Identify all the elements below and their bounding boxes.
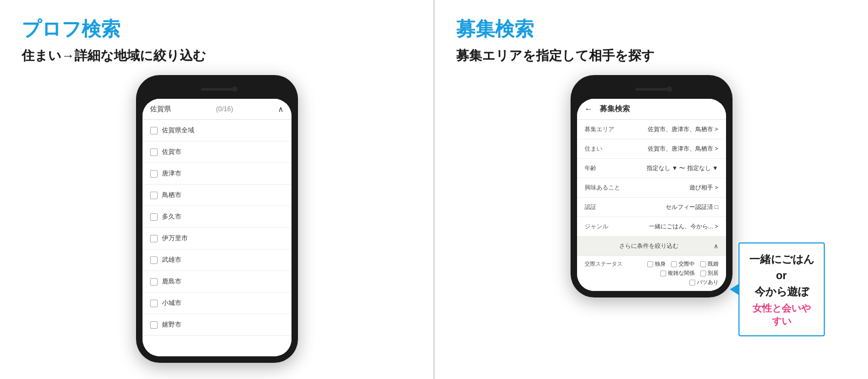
right-phone-screen: ← 募集検索 募集エリア佐賀市、唐津市、鳥栖市 >住まい佐賀市、唐津市、鳥栖市 … [577, 99, 726, 291]
phone-speaker [201, 88, 233, 91]
item-label: 小城市 [162, 299, 181, 308]
checkbox-list: 佐賀県全域佐賀市唐津市鳥栖市多久市伊万里市武雄市鹿島市小城市嬉野市 [143, 120, 291, 356]
checkbox-icon[interactable] [150, 213, 158, 221]
checkbox-icon[interactable] [150, 192, 158, 199]
prefecture-label: 佐賀県 [150, 104, 171, 114]
checkbox-icon[interactable] [150, 127, 158, 134]
status-checkbox[interactable] [660, 270, 666, 276]
status-checkbox[interactable] [671, 261, 677, 267]
status-checkbox[interactable] [647, 261, 653, 267]
phone-notch-bar [143, 82, 291, 97]
status-item[interactable]: 既婚 [700, 260, 718, 268]
list-item[interactable]: 小城市 [143, 293, 291, 314]
right-phone-camera [667, 86, 672, 92]
list-item[interactable]: 嬉野市 [143, 314, 291, 336]
form-value: 佐賀市、唐津市、鳥栖市 > [622, 145, 718, 153]
phone-camera [232, 86, 238, 92]
right-phone-notch [619, 83, 684, 95]
list-item[interactable]: 佐賀市 [143, 141, 291, 163]
callout-main-text: 一緒にごはんor今から遊ぼ [749, 251, 814, 300]
form-row[interactable]: 募集エリア佐賀市、唐津市、鳥栖市 > [577, 120, 726, 139]
checkbox-icon[interactable] [150, 278, 158, 286]
status-item[interactable]: 独身 [647, 260, 666, 268]
right-screen-title: 募集検索 [600, 104, 630, 114]
status-row-container: 交際ステータス独身交際中既婚複雑な関係別居バツあり [577, 256, 726, 291]
left-panel: プロフ検索 住まい→詳細な地域に絞り込む 佐賀県 (0/16) ∧ 佐賀県全域佐… [0, 0, 435, 379]
right-subtitle: 募集エリアを指定して相手を探す [456, 47, 655, 64]
form-row[interactable]: 住まい佐賀市、唐津市、鳥栖市 > [577, 139, 726, 159]
form-value: 指定なし ▼ 〜 指定なし ▼ [622, 164, 718, 172]
right-screen-header: ← 募集検索 [577, 99, 726, 120]
status-checkbox[interactable] [700, 261, 706, 267]
form-row[interactable]: 年齢指定なし ▼ 〜 指定なし ▼ [577, 159, 726, 178]
item-label: 唐津市 [162, 169, 181, 178]
list-item[interactable]: 多久市 [143, 206, 291, 228]
callout-box: 一緒にごはんor今から遊ぼ 女性と会いやすい [738, 242, 825, 336]
checkbox-icon[interactable] [150, 300, 158, 307]
list-item[interactable]: 鳥栖市 [143, 185, 291, 206]
right-phone-speaker [635, 88, 668, 91]
form-row[interactable]: ジャンル一緒にごはん、今から... > [577, 217, 726, 236]
callout-container: 一緒にごはんor今から遊ぼ 女性と会いやすい [730, 242, 825, 336]
form-value: 佐賀市、唐津市、鳥栖市 > [622, 125, 718, 133]
callout-sub-text: 女性と会いやすい [749, 302, 814, 328]
form-row[interactable]: 興味あること遊び相手 > [577, 178, 726, 198]
form-value: セルフィー認証済 □ [622, 203, 718, 211]
list-item[interactable]: 佐賀県全域 [143, 120, 291, 141]
status-item[interactable]: 別居 [700, 269, 718, 277]
form-label: 年齢 [585, 164, 622, 172]
collapse-row[interactable]: さらに条件を絞り込む∧ [577, 236, 726, 256]
left-phone-screen: 佐賀県 (0/16) ∧ 佐賀県全域佐賀市唐津市鳥栖市多久市伊万里市武雄市鹿島市… [143, 99, 291, 356]
item-label: 佐賀県全域 [162, 126, 194, 135]
left-subtitle: 住まい→詳細な地域に絞り込む [22, 47, 206, 64]
right-phone: ← 募集検索 募集エリア佐賀市、唐津市、鳥栖市 >住まい佐賀市、唐津市、鳥栖市 … [571, 75, 733, 297]
checkbox-icon[interactable] [150, 170, 158, 178]
status-checkbox[interactable] [700, 270, 706, 276]
chevron-icon: ∧ [278, 105, 283, 113]
collapse-chevron-icon: ∧ [714, 242, 718, 250]
item-label: 武雄市 [162, 255, 181, 265]
right-title: 募集検索 [456, 16, 534, 43]
item-label: 伊万里市 [162, 234, 188, 243]
form-label: 住まい [585, 145, 622, 153]
right-phone-notch-bar [577, 82, 726, 97]
left-screen-header: 佐賀県 (0/16) ∧ [143, 99, 291, 120]
status-item[interactable]: 交際中 [671, 260, 695, 268]
list-item[interactable]: 武雄市 [143, 249, 291, 271]
list-item[interactable]: 鹿島市 [143, 271, 291, 293]
status-item[interactable]: バツあり [689, 279, 718, 286]
list-item[interactable]: 伊万里市 [143, 228, 291, 249]
checkbox-icon[interactable] [150, 148, 158, 156]
form-label: 興味あること [585, 184, 622, 192]
status-label: 交際ステータス [585, 261, 622, 267]
item-label: 鹿島市 [162, 277, 181, 286]
list-item[interactable]: 唐津市 [143, 163, 291, 185]
item-label: 佐賀市 [162, 147, 181, 157]
count-label: (0/16) [216, 105, 233, 113]
callout-arrow-icon [730, 284, 738, 295]
form-value: 遊び相手 > [622, 184, 718, 192]
checkbox-icon[interactable] [150, 235, 158, 242]
item-label: 鳥栖市 [162, 191, 181, 200]
checkbox-icon[interactable] [150, 321, 158, 329]
item-label: 嬉野市 [162, 320, 181, 329]
form-row[interactable]: 認証セルフィー認証済 □ [577, 198, 726, 217]
form-value: 一緒にごはん、今から... > [622, 222, 718, 231]
search-form: 募集エリア佐賀市、唐津市、鳥栖市 >住まい佐賀市、唐津市、鳥栖市 >年齢指定なし… [577, 120, 726, 291]
status-item[interactable]: 複雑な関係 [660, 269, 695, 277]
phone-notch [185, 83, 249, 95]
collapse-label: さらに条件を絞り込む [585, 242, 714, 250]
checkbox-icon[interactable] [150, 256, 158, 264]
form-label: 認証 [585, 203, 622, 211]
right-panel: 募集検索 募集エリアを指定して相手を探す ← 募集検索 募集エリア佐賀市、唐津市… [435, 0, 868, 379]
item-label: 多久市 [162, 212, 181, 221]
back-arrow-icon[interactable]: ← [585, 104, 593, 114]
form-label: ジャンル [585, 222, 622, 231]
status-checkbox[interactable] [689, 280, 695, 286]
left-title: プロフ検索 [22, 16, 120, 43]
form-label: 募集エリア [585, 125, 622, 133]
left-phone: 佐賀県 (0/16) ∧ 佐賀県全域佐賀市唐津市鳥栖市多久市伊万里市武雄市鹿島市… [136, 75, 298, 363]
